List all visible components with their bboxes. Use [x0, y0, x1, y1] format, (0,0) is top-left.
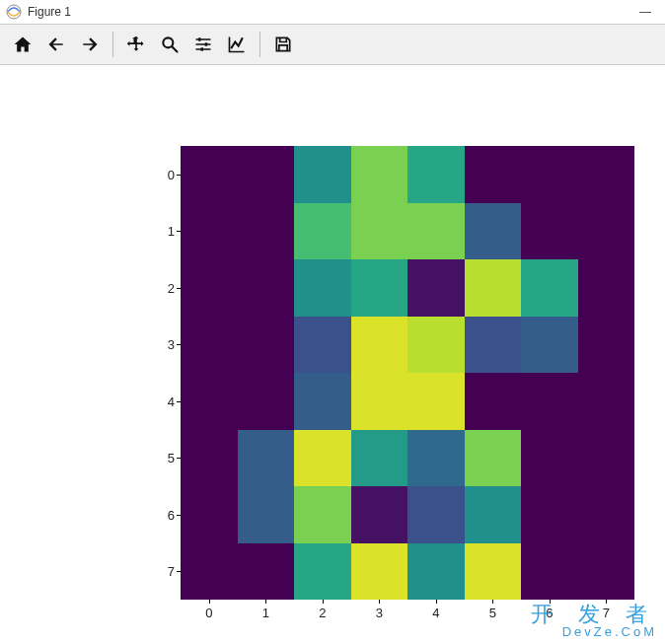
y-tick-label: 3 — [155, 337, 175, 352]
heatmap-cell — [294, 373, 351, 430]
heatmap-cell — [465, 430, 522, 487]
heatmap-cell — [465, 373, 522, 430]
x-tick-label: 7 — [603, 606, 610, 620]
heatmap-cell — [351, 430, 408, 487]
save-button[interactable] — [268, 30, 298, 59]
chart-line-icon — [227, 35, 247, 54]
heatmap-cell — [578, 430, 635, 487]
heatmap-cell — [238, 486, 295, 543]
y-tick-mark — [177, 401, 181, 402]
heatmap-grid — [181, 146, 634, 600]
heatmap-cell — [578, 543, 635, 601]
heatmap-cell — [578, 203, 635, 260]
heatmap-cell — [578, 146, 635, 203]
heatmap-cell — [407, 203, 465, 260]
y-tick-label: 2 — [155, 280, 175, 295]
heatmap-cell — [521, 486, 578, 543]
y-tick-label: 5 — [155, 451, 175, 465]
save-icon — [273, 35, 293, 54]
plot-area: 0123456701234567 开 发 者 DevZe.CoM — [0, 65, 665, 644]
heatmap-cell — [521, 146, 578, 203]
heatmap-cell — [351, 203, 408, 260]
svg-rect-3 — [205, 42, 208, 45]
back-button[interactable] — [41, 30, 71, 59]
heatmap-cell — [238, 543, 295, 601]
move-icon — [126, 35, 146, 54]
watermark-line2: DevZe.CoM — [531, 625, 657, 638]
y-tick-mark — [177, 515, 181, 516]
heatmap-cell — [294, 486, 351, 543]
x-tick-mark — [550, 600, 551, 604]
heatmap-cell — [578, 486, 635, 543]
home-icon — [13, 35, 33, 54]
heatmap-cell — [351, 486, 408, 543]
zoom-icon — [160, 35, 180, 54]
heatmap-cell — [407, 430, 465, 487]
x-tick-mark — [606, 600, 607, 604]
heatmap-cell — [294, 543, 351, 601]
heatmap-cell — [578, 317, 635, 374]
figure-toolbar — [0, 24, 665, 65]
heatmap-cell — [351, 317, 408, 374]
heatmap-cell — [238, 259, 295, 317]
heatmap-cell — [465, 146, 522, 203]
window-title: Figure 1 — [28, 5, 71, 19]
sliders-icon — [193, 35, 213, 54]
home-button[interactable] — [8, 30, 37, 59]
heatmap-cell — [351, 146, 408, 203]
zoom-button[interactable] — [155, 30, 185, 59]
heatmap-cell — [521, 203, 578, 260]
forward-button[interactable] — [75, 30, 105, 59]
heatmap-cell — [181, 317, 238, 374]
y-tick-label: 1 — [155, 224, 175, 239]
heatmap-cell — [465, 259, 522, 317]
heatmap-cell — [294, 259, 351, 317]
subplots-button[interactable] — [188, 30, 218, 59]
window-titlebar: Figure 1 — [0, 0, 665, 24]
minimize-icon[interactable] — [639, 6, 651, 18]
heatmap-cell — [407, 543, 465, 601]
x-tick-label: 1 — [262, 606, 269, 620]
y-tick-label: 4 — [155, 394, 175, 408]
heatmap-cell — [521, 373, 578, 430]
x-tick-label: 2 — [319, 606, 326, 620]
heatmap-cell — [407, 146, 465, 203]
heatmap-cell — [238, 146, 295, 203]
heatmap-cell — [407, 259, 465, 317]
heatmap-cell — [521, 430, 578, 487]
y-tick-mark — [177, 175, 181, 176]
y-tick-label: 6 — [155, 507, 175, 522]
heatmap-cell — [521, 259, 578, 317]
pan-button[interactable] — [121, 30, 151, 59]
toolbar-separator — [259, 32, 260, 57]
toolbar-separator — [112, 32, 113, 57]
heatmap-cell — [351, 543, 408, 601]
heatmap-cell — [181, 146, 238, 203]
svg-rect-4 — [201, 47, 204, 50]
heatmap-cell — [181, 543, 238, 601]
arrow-left-icon — [46, 35, 66, 54]
x-tick-label: 3 — [376, 606, 383, 620]
heatmap-cell — [578, 373, 635, 430]
heatmap-cell — [351, 373, 408, 430]
heatmap-cell — [238, 317, 295, 374]
heatmap-cell — [181, 430, 238, 487]
x-tick-mark — [265, 600, 266, 604]
heatmap-cell — [294, 317, 351, 374]
x-tick-mark — [323, 600, 324, 604]
y-tick-mark — [177, 458, 181, 459]
heatmap-cell — [294, 430, 351, 487]
x-tick-label: 4 — [432, 606, 439, 620]
x-tick-mark — [492, 600, 493, 604]
y-tick-mark — [177, 344, 181, 345]
x-tick-mark — [436, 600, 437, 604]
heatmap-cell — [578, 259, 635, 317]
heatmap-cell — [181, 203, 238, 260]
heatmap-cell — [521, 317, 578, 374]
heatmap-cell — [294, 146, 351, 203]
heatmap-cell — [465, 486, 522, 543]
heatmap-cell — [181, 486, 238, 543]
y-tick-mark — [177, 231, 181, 232]
svg-rect-2 — [198, 37, 201, 40]
edit-button[interactable] — [222, 30, 252, 59]
